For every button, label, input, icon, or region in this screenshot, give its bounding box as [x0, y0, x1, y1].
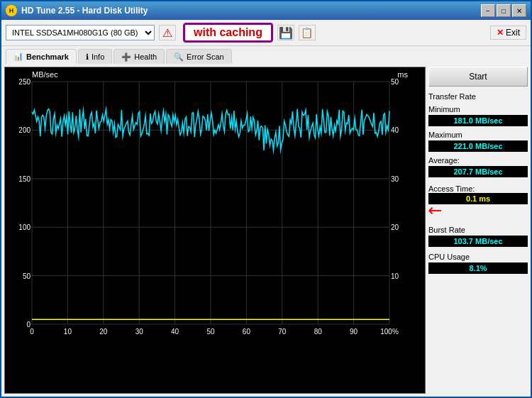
stats-sidebar: Start Transfer Rate Minimum 181.0 MB/sec…: [428, 67, 528, 394]
toolbar: INTEL SSDSA1MH080G1G (80 GB) ⚠ with cach…: [1, 20, 531, 46]
title-bar: H HD Tune 2.55 - Hard Disk Utility − □ ✕: [1, 1, 531, 20]
info-tab-label: Info: [92, 52, 104, 61]
main-window: H HD Tune 2.55 - Hard Disk Utility − □ ✕…: [0, 0, 532, 398]
health-tab-icon: ➕: [121, 52, 131, 62]
tab-benchmark[interactable]: 📊 Benchmark: [6, 49, 77, 64]
access-time-label: Access Time:: [428, 184, 528, 193]
benchmark-chart: [4, 67, 426, 394]
average-label: Average:: [428, 156, 528, 165]
cpu-usage-section: CPU Usage 8.1%: [428, 250, 528, 274]
error-scan-tab-label: Error Scan: [187, 52, 224, 61]
maximize-button[interactable]: □: [497, 4, 511, 17]
transfer-rate-label: Transfer Rate: [428, 92, 528, 101]
benchmark-tab-label: Benchmark: [26, 52, 69, 61]
minimum-value: 181.0 MB/sec: [428, 115, 528, 126]
transfer-rate-section: Transfer Rate Minimum 181.0 MB/sec Maxim…: [428, 89, 528, 177]
maximum-label: Maximum: [428, 131, 528, 139]
close-button[interactable]: ✕: [512, 4, 526, 17]
app-icon: H: [6, 5, 17, 16]
warning-icon-btn[interactable]: ⚠: [159, 25, 176, 40]
exit-label: Exit: [506, 28, 520, 38]
info-tab-icon: ℹ: [86, 52, 89, 62]
access-time-value: 0.1 ms: [428, 193, 528, 204]
cpu-usage-label: CPU Usage: [428, 253, 528, 261]
cpu-usage-value: 8.1%: [428, 262, 528, 274]
exit-x-icon: ✕: [497, 28, 504, 38]
tab-error-scan[interactable]: 🔍 Error Scan: [166, 49, 232, 64]
burst-rate-section: Burst Rate 103.7 MB/sec: [428, 223, 528, 247]
title-bar-left: H HD Tune 2.55 - Hard Disk Utility: [6, 5, 148, 16]
error-scan-tab-icon: 🔍: [174, 52, 184, 62]
drive-selector[interactable]: INTEL SSDSA1MH080G1G (80 GB): [6, 25, 155, 40]
average-value: 207.7 MB/sec: [428, 166, 528, 177]
caching-badge: with caching: [183, 23, 273, 43]
minimum-label: Minimum: [428, 105, 528, 114]
benchmark-tab-icon: 📊: [13, 52, 23, 61]
minimize-button[interactable]: −: [481, 4, 495, 17]
maximum-value: 221.0 MB/sec: [428, 140, 528, 152]
access-time-section: Access Time: 0.1 ms ↙: [428, 182, 528, 220]
window-controls: − □ ✕: [481, 4, 526, 17]
tab-health[interactable]: ➕ Health: [113, 49, 165, 64]
tabs-bar: 📊 Benchmark ℹ Info ➕ Health 🔍 Error Scan: [1, 46, 531, 64]
burst-rate-label: Burst Rate: [428, 226, 528, 234]
window-title: HD Tune 2.55 - Hard Disk Utility: [21, 6, 148, 16]
exit-button[interactable]: ✕ Exit: [490, 26, 526, 40]
burst-rate-value: 103.7 MB/sec: [428, 236, 528, 247]
save-icon-btn[interactable]: 💾: [277, 25, 294, 40]
start-button[interactable]: Start: [428, 67, 528, 87]
content-area: Start Transfer Rate Minimum 181.0 MB/sec…: [1, 64, 531, 397]
tab-info[interactable]: ℹ Info: [78, 49, 112, 64]
health-tab-label: Health: [134, 52, 157, 61]
copy-icon-btn[interactable]: 📋: [299, 25, 316, 40]
